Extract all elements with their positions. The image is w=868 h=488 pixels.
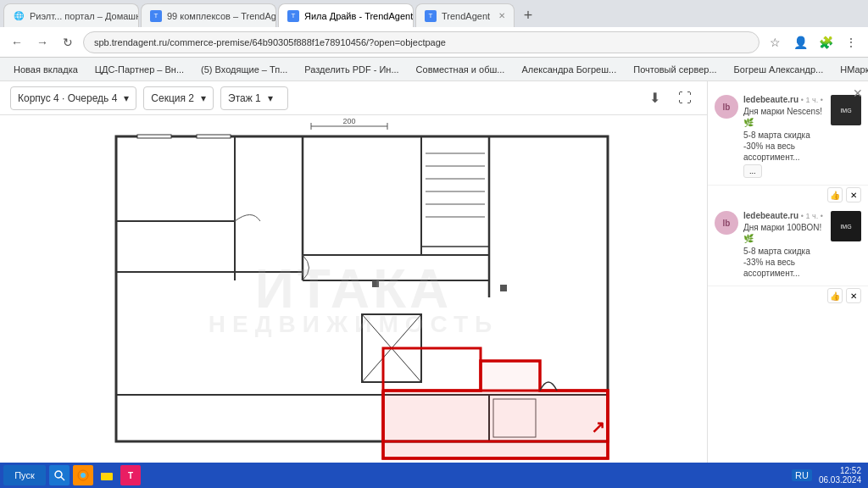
taskbar-icon-explorer[interactable] (97, 465, 117, 485)
reload-button[interactable]: ↻ (58, 32, 78, 53)
taskbar-time-display: 12:52 (840, 466, 861, 475)
tab-3[interactable]: T Яила Драйв - TrendAgent ✕ (278, 3, 414, 27)
building-select-arrow: ▾ (124, 92, 129, 104)
bookmark-pdf-split[interactable]: Разделить PDF - Ин... (298, 60, 405, 79)
tab-1[interactable]: 🌐 Риэлт... портал – Домашн... ✕ (3, 3, 139, 27)
notif-2-time: • 1 ч. • (801, 212, 823, 220)
building-select-label: Корпус 4 · Очередь 4 (18, 92, 117, 104)
floor-select-label: Этаж 1 (228, 92, 261, 104)
taskbar-right: RU 12:52 06.03.2024 (792, 466, 865, 485)
bookmarks-bar: Новая вкладка ЦДС-Партнер – Вн... (5) Вх… (0, 58, 868, 81)
notif-1-thumbsup[interactable]: 👍 (827, 187, 843, 202)
profile-button[interactable]: 👤 (790, 32, 810, 53)
section-select[interactable]: Секция 2 ▾ (143, 86, 214, 110)
tab-4[interactable]: T TrendAgent ✕ (415, 3, 515, 27)
floorplan-container: ИТАКА НЕДВИЖИМОСТЬ 200 (65, 115, 642, 463)
forward-button[interactable]: → (32, 32, 53, 53)
tab-4-icon: T (425, 10, 437, 22)
bookmark-mail-label: Почтовый сервер... (633, 64, 716, 75)
bookmark-nmarket-label: НМаркет.ПРО Сан... (840, 64, 868, 75)
tab-3-icon: T (287, 10, 299, 22)
svg-text:200: 200 (342, 117, 355, 125)
address-bar: ← → ↻ spb.trendagent.ru/commerce-premise… (0, 27, 868, 58)
notification-item-1: lb ledebeaute.ru • 1 ч. • Дня марки Nesc… (708, 88, 868, 186)
bookmark-nmarket[interactable]: НМаркет.ПРО Сан... (833, 60, 868, 79)
bookmark-joint[interactable]: Совместная и обш... (409, 60, 512, 79)
taskbar-lang: RU (792, 469, 812, 481)
building-select[interactable]: Корпус 4 · Очередь 4 ▾ (10, 86, 136, 110)
notif-1-actions: ... (743, 164, 826, 178)
bookmark-alex-label: Александра Богреш... (521, 64, 616, 75)
notif-2-avatar: lb (715, 211, 738, 235)
bookmark-mail[interactable]: Почтовый сервер... (626, 60, 723, 79)
bookmark-cds[interactable]: ЦДС-Партнер – Вн... (88, 60, 191, 79)
bookmark-cds-label: ЦДС-Партнер – Вн... (95, 64, 184, 75)
svg-rect-30 (500, 285, 507, 291)
svg-rect-26 (137, 135, 171, 138)
start-label: Пуск (14, 470, 35, 480)
fullscreen-button[interactable]: ⛶ (673, 86, 697, 110)
tab-3-label: Яила Драйв - TrendAgent (304, 11, 413, 21)
notif-2-product: Дня марки 100BON! 🌿 (743, 222, 826, 244)
svg-point-33 (55, 471, 62, 478)
back-button[interactable]: ← (7, 32, 27, 53)
notif-2-action-row: 👍 ✕ (708, 286, 868, 305)
bookmark-pdf-split-label: Разделить PDF - Ин... (304, 64, 398, 75)
tab-2-label: 99 комплексов – TrendAgent (167, 11, 276, 21)
browser-window: 🌐 Риэлт... портал – Домашн... ✕ T 99 ком… (0, 0, 868, 488)
tab-1-icon: 🌐 (13, 10, 25, 22)
tab-bar: 🌐 Риэлт... портал – Домашн... ✕ T 99 ком… (0, 0, 868, 27)
menu-button[interactable]: ⋮ (841, 32, 861, 53)
taskbar-icon-browser[interactable] (73, 465, 93, 485)
tab-4-label: TrendAgent (442, 11, 490, 21)
notif-1-action-row: 👍 ✕ (708, 186, 868, 204)
taskbar-icon-search[interactable] (49, 465, 70, 485)
svg-line-34 (61, 477, 64, 480)
toolbar-right: ⬇ ⛶ (643, 86, 697, 110)
floor-select[interactable]: Этаж 1 ▾ (220, 86, 288, 110)
notif-1-more[interactable]: ... (743, 164, 762, 178)
page-toolbar: Корпус 4 · Очередь 4 ▾ Секция 2 ▾ Этаж 1… (0, 81, 707, 115)
bookmark-new-tab[interactable]: Новая вкладка (7, 60, 85, 79)
notification-close[interactable]: ✕ (853, 86, 863, 100)
bookmark-alex[interactable]: Александра Богреш... (515, 60, 623, 79)
svg-text:↗: ↗ (591, 418, 605, 436)
bookmark-joint-label: Совместная и обш... (416, 64, 505, 75)
start-button[interactable]: Пуск (3, 465, 46, 485)
page: Корпус 4 · Очередь 4 ▾ Секция 2 ▾ Этаж 1… (0, 81, 707, 463)
notif-2-content: ledebeaute.ru • 1 ч. • Дня марки 100BON!… (743, 211, 826, 279)
notif-1-user: ledebeaute.ru (743, 95, 798, 104)
bookmark-bogrech-label: Богреш Александр... (734, 64, 824, 75)
taskbar-clock: 12:52 06.03.2024 (819, 466, 861, 485)
taskbar: Пуск T RU 12:52 06.03.2024 (0, 463, 868, 488)
url-bar[interactable]: spb.trendagent.ru/commerce-premise/64b90… (83, 31, 760, 53)
notif-2-close2[interactable]: ✕ (846, 288, 861, 303)
notif-2-img: IMG (831, 211, 861, 241)
extensions-button[interactable]: 🧩 (815, 32, 836, 53)
notif-2-user: ledebeaute.ru (743, 211, 798, 220)
bookmark-new-tab-label: Новая вкладка (14, 64, 78, 75)
section-select-label: Секция 2 (151, 92, 194, 104)
taskbar-date-display: 06.03.2024 (819, 475, 861, 485)
notification-item-2: lb ledebeaute.ru • 1 ч. • Дня марки 100B… (708, 204, 868, 286)
floorplan-svg: 200 (65, 115, 642, 463)
bookmark-inbox[interactable]: (5) Входящие – Тп... (194, 60, 294, 79)
new-tab-button[interactable]: + (516, 3, 540, 27)
tab-2[interactable]: T 99 комплексов – TrendAgent ✕ (141, 3, 276, 27)
taskbar-icon-app[interactable]: T (120, 465, 141, 485)
content-area: Корпус 4 · Очередь 4 ▾ Секция 2 ▾ Этаж 1… (0, 81, 868, 463)
notif-1-text: 5-8 марта скидка -30% на весь ассортимен… (743, 130, 826, 163)
bookmark-button[interactable]: ☆ (765, 32, 785, 53)
notif-1-product: Дня марки Nescens! 🌿 (743, 106, 826, 128)
section-select-arrow: ▾ (201, 92, 206, 104)
notif-1-close2[interactable]: ✕ (846, 187, 861, 202)
notif-2-thumbsup[interactable]: 👍 (827, 288, 843, 303)
notif-2-text: 5-8 марта скидка -33% на весь ассортимен… (743, 246, 826, 279)
bookmark-inbox-label: (5) Входящие – Тп... (201, 64, 287, 75)
bookmark-bogrech[interactable]: Богреш Александр... (727, 60, 831, 79)
download-button[interactable]: ⬇ (643, 86, 666, 110)
svg-point-36 (81, 473, 86, 478)
tab-1-label: Риэлт... портал – Домашн... (30, 11, 139, 21)
tab-4-close[interactable]: ✕ (498, 11, 505, 20)
notif-1-time: • 1 ч. • (801, 96, 823, 104)
